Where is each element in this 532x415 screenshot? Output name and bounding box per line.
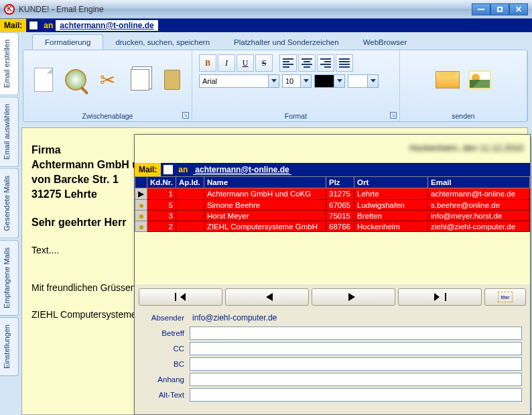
insert-image-button[interactable] [468,68,492,92]
close-button[interactable]: ✕ [509,3,528,15]
copy-button[interactable] [128,68,152,92]
cell-plz: 75015 [326,211,354,221]
new-page-button[interactable] [31,68,56,92]
bc-input[interactable] [190,357,522,371]
th-email[interactable]: Email [428,177,530,188]
record-navbar: filter [135,284,530,310]
dialog-mailbar: Mail: an achtermann@t-online.de [135,163,530,176]
an-label: an [41,21,56,30]
group-label-send: senden [400,112,527,120]
cell-plz: 67065 [326,200,354,211]
filter-icon: filter [498,292,513,302]
recipient-dialog: Hockenheim, den 11.12.2010 Mail: an acht… [134,134,531,415]
search-button[interactable] [64,68,88,92]
tab-email-auswaehlen[interactable]: Email auswählen [0,97,19,167]
cell-ap [176,211,204,221]
rtab-drucken[interactable]: drucken, suchen, speichern [103,35,222,50]
group-label-clipboard: Zwischenablage [23,112,192,120]
th-ort[interactable]: Ort [354,177,428,188]
cut-button[interactable]: ✂ [96,68,120,92]
th-plz[interactable]: Plz [326,177,354,188]
absender-label: Absender [143,314,190,322]
tab-gesendete-mails[interactable]: Gesendete Mails [0,168,19,239]
tab-email-erstellen[interactable]: Email erstellen [0,32,19,95]
maximize-button[interactable] [490,3,509,15]
cell-kd: 2 [147,221,176,232]
absender-input[interactable] [190,311,522,324]
cell-ort: Lehrte [354,188,428,200]
rtab-formatierung[interactable]: Formatierung [32,34,103,50]
th-indicator [135,177,147,188]
rtab-platzhalter[interactable]: Platzhalter und Sonderzeichen [222,35,351,50]
align-left-button[interactable] [279,54,297,72]
cell-kd: 5 [147,200,176,211]
cell-kd: 3 [147,211,176,221]
cell-plz: 31275 [326,188,354,200]
tab-empfangene-mails[interactable]: Empfangene Mails [0,240,19,316]
mailbar-top: Mail: an achtermann@t-online.de [0,19,532,32]
dialog-whitebox [163,165,173,174]
underline-button[interactable]: U [237,54,254,72]
cell-ap [176,188,204,200]
minimize-button[interactable] [472,3,490,15]
fontsize-combo[interactable]: 10 [282,74,312,88]
strikethrough-button[interactable]: S [255,54,273,72]
align-right-button[interactable] [317,54,334,72]
th-name[interactable]: Name [204,177,326,188]
recipient-email-link[interactable]: achtermann@t-online.de [56,20,157,31]
anhang-input[interactable] [190,373,522,386]
anhang-label: Anhang [143,375,190,383]
tab-einstellungen[interactable]: Einstellungen [0,317,19,376]
bgcolor-combo[interactable] [348,74,379,88]
cell-email: info@meyer.horst.de [428,211,530,221]
app-icon: K [4,4,15,15]
row-indicator: ▶ [135,188,147,200]
betreff-input[interactable] [190,327,522,340]
align-justify-button[interactable] [336,54,353,72]
format-launcher[interactable]: ↘ [390,112,397,119]
cc-label: CC [143,345,190,353]
nav-last-button[interactable] [398,288,482,306]
side-tabs: Email erstellen Email auswählen Gesendet… [0,32,19,408]
ribbon-group-send: senden [400,50,527,121]
window-title: KUNDE! - Email Engine [19,5,104,14]
italic-button[interactable]: I [218,54,235,72]
rtab-webbrowser[interactable]: WebBrowser [351,35,419,50]
cell-email: s.beehre@online.de [428,200,530,211]
nav-prev-button[interactable] [225,288,309,306]
dialog-email-link[interactable]: achtermann@t-online.de [193,165,291,175]
fontcolor-combo[interactable] [314,74,345,88]
recipient-table: Kd.Nr. Ap.Id. Name Plz Ort Email ▶1Achte… [135,176,530,232]
filter-button[interactable]: filter [484,288,526,306]
table-row[interactable]: 2ZIEHL Computersysteme GmbH68766Hockenhe… [135,221,530,232]
table-row[interactable]: 5Simone Beehre67065Ludwigshafens.beehre@… [135,200,530,211]
ribbon-body: ✂ Zwischenablage ↘ B I U S Arial [23,50,528,122]
dialog-form: Absender Betreff CC BC Anhang Alt-Text [135,310,530,402]
alttext-input[interactable] [190,388,522,402]
ribbon-group-format: B I U S Arial 10 Format ↘ [192,50,400,121]
align-center-button[interactable] [298,54,316,72]
cell-ort: Hockenheim [354,221,428,232]
group-label-format: Format [192,112,399,120]
cell-ap [176,221,204,232]
nav-next-button[interactable] [312,288,395,306]
bc-label: BC [143,360,190,368]
table-row[interactable]: ▶1Achtermann GmbH und CoKG31275Lehrteach… [135,188,530,200]
send-mail-button[interactable] [436,68,460,92]
clipboard-launcher[interactable]: ↘ [182,112,189,119]
paste-button[interactable] [160,68,184,92]
bold-button[interactable]: B [199,54,216,72]
cell-ap [176,200,204,211]
th-apid[interactable]: Ap.Id. [176,177,204,188]
cell-ort: Bretten [354,211,428,221]
font-combo[interactable]: Arial [199,74,279,88]
window-titlebar: K KUNDE! - Email Engine ✕ [0,0,532,19]
cell-name: Simone Beehre [204,200,326,211]
font-value: Arial [202,77,217,85]
nav-first-button[interactable] [139,288,222,306]
cc-input[interactable] [190,342,522,355]
th-kdnr[interactable]: Kd.Nr. [147,177,176,188]
row-indicator [135,200,147,211]
table-row[interactable]: 3Horst Meyer75015Bretteninfo@meyer.horst… [135,211,530,221]
ribbon-tabs: Formatierung drucken, suchen, speichern … [19,32,532,50]
